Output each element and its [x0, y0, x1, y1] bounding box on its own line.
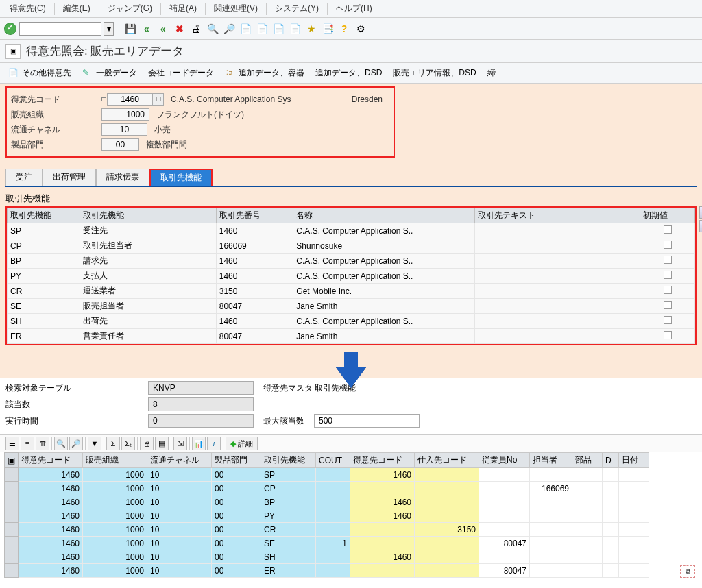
result-row[interactable]: 146010001000SP1460: [5, 468, 649, 482]
partner-row[interactable]: SH出荷先1460C.A.S. Computer Application S..: [8, 314, 695, 329]
rcol-salesorg[interactable]: 販売組織: [83, 453, 147, 468]
partner-row[interactable]: PY支払人1460C.A.S. Computer Application S..: [8, 269, 695, 284]
object-icon[interactable]: ▣: [5, 44, 21, 59]
result-row[interactable]: 146010001000BP1460: [5, 495, 649, 509]
help-icon[interactable]: ?: [337, 22, 351, 36]
col-func-code[interactable]: 取引先機能: [8, 208, 80, 223]
result-row[interactable]: 146010001000PY1460: [5, 509, 649, 523]
print-icon[interactable]: 🖨: [189, 22, 203, 36]
export-icon[interactable]: ⇲: [173, 437, 187, 450]
rcol-cout[interactable]: COUT: [316, 453, 350, 468]
col-partner-text[interactable]: 取引先テキスト: [475, 208, 640, 223]
col-default[interactable]: 初期値: [640, 208, 695, 223]
sort-asc-icon[interactable]: ⇈: [36, 437, 49, 450]
tab-billing[interactable]: 請求伝票: [96, 169, 149, 186]
layout-icon[interactable]: ⚙: [354, 22, 367, 36]
action-closing[interactable]: 締: [483, 66, 500, 80]
back-icon[interactable]: «: [140, 22, 154, 36]
detail-button[interactable]: ◆ 詳細: [226, 437, 258, 450]
cancel-icon[interactable]: ✖: [173, 22, 186, 36]
sum-icon[interactable]: Σ: [106, 437, 120, 450]
find-next-icon[interactable]: 🔎: [222, 22, 236, 36]
last-page-icon[interactable]: 📄: [288, 22, 302, 36]
partner-row[interactable]: SP受注先1460C.A.S. Computer Application S..: [8, 223, 695, 238]
partner-row[interactable]: CP取引先担当者166069Shunnosuke: [8, 238, 695, 254]
action-other-customer[interactable]: 📄その他得意先: [4, 66, 75, 80]
save-icon[interactable]: 💾: [123, 22, 137, 36]
result-row[interactable]: 146010001000SE180047: [5, 537, 649, 550]
command-field[interactable]: [19, 22, 101, 36]
result-row[interactable]: 146010001000SH1460: [5, 550, 649, 564]
menu-edit[interactable]: 編集(E): [58, 1, 96, 16]
views-icon[interactable]: ▤: [155, 437, 169, 450]
action-sales-dsd[interactable]: 販売エリア情報、DSD: [389, 66, 480, 80]
runtime-field: 0: [148, 414, 254, 428]
rcol-contact[interactable]: 担当者: [530, 453, 572, 468]
distch-field[interactable]: 10: [101, 123, 147, 136]
menu-help[interactable]: ヘルプ(H): [330, 1, 378, 16]
col-func-desc[interactable]: 取引先機能: [80, 208, 216, 223]
next-page-icon[interactable]: 📄: [271, 22, 285, 36]
result-row[interactable]: 146010001000ER80047: [5, 564, 649, 578]
tab-shipping[interactable]: 出荷管理: [43, 169, 96, 186]
find-next-icon-2[interactable]: 🔎: [69, 437, 83, 450]
menu-goto[interactable]: ジャンプ(G): [102, 1, 158, 16]
customer-field[interactable]: 1460: [107, 93, 153, 106]
shortcut-icon[interactable]: 📑: [321, 22, 335, 36]
first-page-icon[interactable]: 📄: [239, 22, 252, 36]
menu-extras[interactable]: 補足(A): [164, 1, 202, 16]
rcol-partfunc[interactable]: 取引先機能: [261, 453, 316, 468]
menu-system[interactable]: システム(Y): [269, 1, 324, 16]
subtotal-icon[interactable]: Σₜ: [121, 437, 135, 450]
rcol-vendor[interactable]: 仕入先コード: [415, 453, 479, 468]
partner-row[interactable]: CR運送業者3150Get Mobile Inc.: [8, 284, 695, 299]
tab-order[interactable]: 受注: [5, 169, 43, 186]
scroll-up-icon[interactable]: ▴: [699, 220, 702, 232]
col-name[interactable]: 名称: [293, 208, 475, 223]
print-icon-2[interactable]: 🖨: [140, 437, 154, 450]
command-dropdown[interactable]: ▾: [104, 22, 114, 36]
tabs-wrap: 受注 出荷管理 請求伝票 取引先機能: [0, 169, 702, 187]
table-settings-icon[interactable]: ▦: [699, 206, 702, 219]
info-icon[interactable]: i: [207, 437, 221, 450]
rcol-customer[interactable]: 得意先コード: [19, 453, 83, 468]
partner-row[interactable]: ER営業責任者80047Jane Smith: [8, 329, 695, 344]
salesorg-field[interactable]: 1000: [101, 108, 149, 121]
enter-icon[interactable]: [4, 23, 16, 35]
rcol-division[interactable]: 製品部門: [212, 453, 261, 468]
result-select-col[interactable]: ▣: [5, 453, 19, 468]
rcol-d[interactable]: D: [603, 453, 619, 468]
find-icon[interactable]: 🔍: [206, 22, 219, 36]
menu-environment[interactable]: 関連処理(V): [208, 1, 263, 16]
deselect-icon[interactable]: ≡: [21, 437, 34, 450]
copy-icon[interactable]: ⧉: [680, 565, 695, 578]
action-additional-container[interactable]: 🗂追加データ、容器: [221, 66, 308, 80]
result-row[interactable]: 146010001000CP166069: [5, 482, 649, 495]
division-field[interactable]: 00: [101, 138, 139, 151]
menu-customer[interactable]: 得意先(C): [4, 1, 51, 16]
result-table: ▣ 得意先コード 販売組織 流通チャネル 製品部門 取引先機能 COUT 得意先…: [4, 452, 649, 578]
filter-icon[interactable]: ▼: [88, 437, 101, 450]
action-additional-dsd[interactable]: 追加データ、DSD: [311, 66, 386, 80]
rcol-customer2[interactable]: 得意先コード: [350, 453, 415, 468]
tab-partner-functions[interactable]: 取引先機能: [149, 169, 213, 186]
rcol-part[interactable]: 部品: [572, 453, 603, 468]
new-session-icon[interactable]: ★: [304, 22, 318, 36]
action-company-data[interactable]: 会社コードデータ: [144, 66, 218, 80]
select-all-icon[interactable]: ☰: [5, 437, 19, 450]
find-icon-2[interactable]: 🔍: [54, 437, 68, 450]
rcol-distch[interactable]: 流通チャネル: [147, 453, 212, 468]
rcol-date[interactable]: 日付: [619, 453, 649, 468]
prev-page-icon[interactable]: 📄: [255, 22, 269, 36]
customer-f4-icon[interactable]: ☐: [153, 93, 164, 106]
col-partner-no[interactable]: 取引先番号: [216, 208, 293, 223]
rcol-employee[interactable]: 従業員No: [479, 453, 530, 468]
result-row[interactable]: 146010001000CR3150: [5, 523, 649, 537]
partner-row[interactable]: BP請求先1460C.A.S. Computer Application S..: [8, 254, 695, 269]
maxhits-field[interactable]: 500: [314, 414, 420, 428]
search-table-field[interactable]: KNVP: [148, 381, 254, 395]
chart-icon[interactable]: 📊: [192, 437, 206, 450]
exit-icon[interactable]: «: [156, 22, 170, 36]
action-general-data[interactable]: ✎一般データ: [78, 66, 141, 80]
partner-row[interactable]: SE販売担当者80047Jane Smith: [8, 299, 695, 314]
